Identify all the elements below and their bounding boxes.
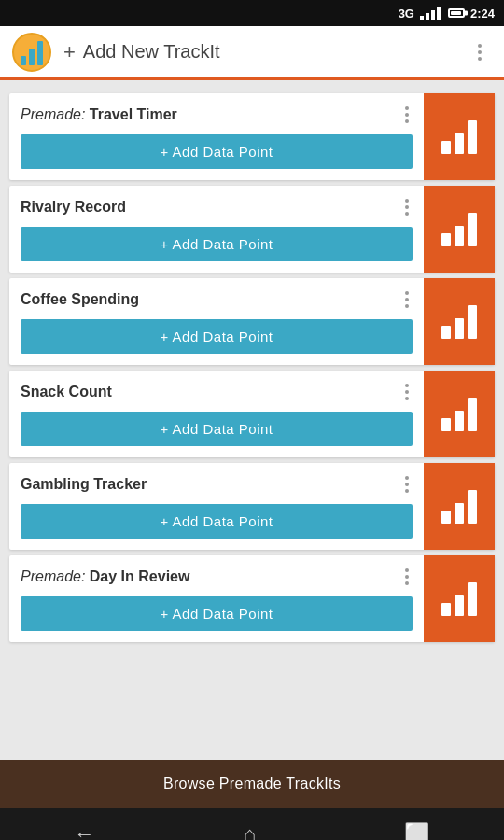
trackit-card-header: Snack Count [21, 380, 413, 404]
chart-btn-rivalry-record[interactable] [424, 186, 495, 273]
bar-chart-icon [441, 490, 477, 524]
dot1 [478, 44, 482, 48]
chart-btn-snack-count[interactable] [424, 371, 495, 457]
bar1 [441, 141, 451, 154]
svg-rect-3 [37, 41, 43, 65]
app-bar: + Add New TrackIt [0, 26, 504, 80]
bar-chart-icon [441, 398, 477, 431]
dot2 [478, 50, 482, 54]
add-new-icon: + [63, 40, 76, 64]
bar3 [468, 120, 477, 154]
card-overflow-rivalry-record[interactable] [401, 195, 413, 219]
card-overflow-day-in-review[interactable] [401, 565, 413, 589]
trackit-card-body: Premade: Travel Timer + Add Data Point [9, 93, 424, 180]
trackit-card-body: Snack Count + Add Data Point [9, 371, 424, 457]
bar2 [455, 133, 464, 154]
app-bar-title-text: Add New TrackIt [83, 41, 220, 63]
card-overflow-snack-count[interactable] [401, 380, 413, 404]
card-overflow-gambling-tracker[interactable] [401, 472, 413, 497]
add-data-btn-snack-count[interactable]: + Add Data Point [21, 412, 413, 446]
add-data-btn-rivalry-record[interactable]: + Add Data Point [21, 227, 413, 261]
trackit-card-rivalry-record: Rivalry Record + Add Data Point [9, 186, 495, 273]
browse-premade-footer[interactable]: Browse Premade TrackIts [0, 760, 504, 808]
card-overflow-coffee-spending[interactable] [401, 287, 413, 312]
trackit-card-travel-timer: Premade: Travel Timer + Add Data Point [9, 93, 495, 180]
chart-btn-coffee-spending[interactable] [424, 278, 495, 365]
trackit-title-gambling-tracker: Gambling Tracker [21, 476, 147, 493]
trackit-card-snack-count: Snack Count + Add Data Point [9, 371, 495, 457]
nav-home-button[interactable] [225, 813, 274, 840]
add-data-btn-travel-timer[interactable]: + Add Data Point [21, 134, 413, 169]
trackit-card-coffee-spending: Coffee Spending + Add Data Point [9, 278, 495, 365]
clock: 2:24 [470, 7, 495, 21]
trackit-card-header: Premade: Travel Timer [21, 103, 413, 127]
trackit-card-gambling-tracker: Gambling Tracker + Add Data Point [9, 463, 495, 550]
app-bar-title[interactable]: + Add New TrackIt [63, 40, 467, 64]
svg-rect-2 [29, 49, 35, 65]
trackit-card-body: Rivalry Record + Add Data Point [9, 186, 424, 273]
chart-btn-gambling-tracker[interactable] [424, 463, 495, 550]
trackit-card-body: Premade: Day In Review + Add Data Point [9, 555, 424, 642]
svg-rect-1 [21, 56, 26, 65]
status-bar: 3G 2:24 [0, 0, 504, 26]
chart-btn-day-in-review[interactable] [424, 555, 495, 642]
dot3 [478, 57, 482, 61]
card-overflow-travel-timer[interactable] [401, 103, 413, 127]
add-data-btn-coffee-spending[interactable]: + Add Data Point [21, 319, 413, 354]
trackit-card-body: Coffee Spending + Add Data Point [9, 278, 424, 365]
chart-btn-travel-timer[interactable] [424, 93, 495, 180]
trackit-title-coffee-spending: Coffee Spending [21, 291, 139, 308]
trackit-title-rivalry-record: Rivalry Record [21, 199, 126, 216]
bar-chart-icon [441, 213, 477, 246]
app-logo [11, 32, 52, 73]
trackit-title-snack-count: Snack Count [21, 384, 112, 400]
add-data-btn-day-in-review[interactable]: + Add Data Point [21, 596, 413, 631]
trackit-card-body: Gambling Tracker + Add Data Point [9, 463, 424, 550]
trackit-list: Premade: Travel Timer + Add Data Point R… [0, 80, 504, 760]
bar-chart-icon [441, 582, 477, 616]
browse-footer-label: Browse Premade TrackIts [163, 776, 341, 792]
app-bar-overflow-menu[interactable] [467, 33, 493, 72]
trackit-card-header: Premade: Day In Review [21, 565, 413, 589]
network-indicator: 3G [399, 7, 414, 21]
trackit-card-header: Gambling Tracker [21, 472, 413, 497]
trackit-card-day-in-review: Premade: Day In Review + Add Data Point [9, 555, 495, 642]
bar-chart-icon [441, 120, 477, 154]
bar-chart-icon [441, 305, 477, 339]
add-data-btn-gambling-tracker[interactable]: + Add Data Point [21, 504, 413, 539]
nav-recents-button[interactable] [385, 813, 448, 840]
battery-icon [448, 8, 465, 18]
trackit-title-travel-timer: Premade: Travel Timer [21, 106, 177, 123]
trackit-card-header: Coffee Spending [21, 287, 413, 312]
overflow-dots-vertical[interactable] [474, 40, 485, 64]
trackit-title-day-in-review: Premade: Day In Review [21, 568, 189, 585]
trackit-card-header: Rivalry Record [21, 195, 413, 219]
nav-back-button[interactable] [56, 813, 114, 840]
nav-bar [0, 808, 504, 840]
signal-icon [420, 7, 441, 20]
